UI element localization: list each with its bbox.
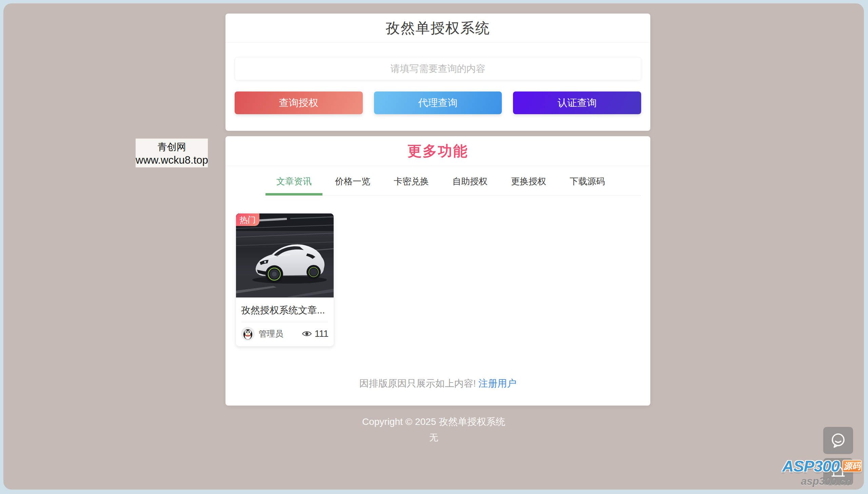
source-code-badge: 源码 (842, 460, 862, 472)
tab-bar: 文章资讯 价格一览 卡密兑换 自助授权 更换授权 下载源码 (265, 175, 641, 195)
more-card-header: 更多功能 (225, 136, 650, 166)
page-title: 孜然单授权系统 (386, 19, 490, 38)
eye-icon (302, 330, 312, 338)
tab-download-src[interactable]: 下载源码 (559, 175, 616, 195)
agent-query-button[interactable]: 代理查询 (374, 92, 502, 114)
article-card[interactable]: 热门 孜然授权系统文章... (236, 213, 334, 346)
more-features-card: 更多功能 文章资讯 价格一览 卡密兑换 自助授权 更换授权 下载源码 (225, 136, 650, 405)
copyright-subtext: 无 (3, 432, 864, 443)
auth-query-card: 孜然单授权系统 查询授权 代理查询 认证查询 (225, 14, 650, 131)
author-name: 管理员 (259, 328, 283, 339)
note-text: 因排版原因只展示如上内容! (359, 378, 476, 388)
query-auth-button[interactable]: 查询授权 (235, 92, 363, 114)
left-watermark-url: www.wcku8.top (136, 154, 208, 166)
hot-badge: 热门 (236, 213, 259, 226)
auth-card-body: 查询授权 代理查询 认证查询 (225, 43, 650, 131)
tab-self-auth[interactable]: 自助授权 (441, 175, 498, 195)
layout-note: 因排版原因只展示如上内容! 注册用户 (225, 377, 650, 390)
view-counter: 111 (302, 329, 329, 339)
page-background: 孜然单授权系统 查询授权 代理查询 认证查询 更多功能 文章资讯 价格一览 卡密… (3, 3, 864, 490)
author-avatar (241, 327, 255, 341)
left-watermark-name: 青创网 (136, 140, 208, 153)
article-title[interactable]: 孜然授权系统文章... (236, 298, 334, 322)
view-count: 111 (315, 329, 329, 339)
article-footer: 管理员 111 (236, 322, 334, 346)
copyright-text: Copyright © 2025 孜然单授权系统 (3, 415, 864, 428)
tab-articles[interactable]: 文章资讯 (265, 175, 322, 195)
car-photo-illustration (236, 213, 334, 298)
more-features-title: 更多功能 (408, 141, 468, 160)
asp300-domain: asp300.cn (782, 475, 862, 488)
tab-card-redeem[interactable]: 卡密兑换 (383, 175, 440, 195)
tab-change-auth[interactable]: 更换授权 (500, 175, 557, 195)
query-input[interactable] (235, 57, 641, 81)
cert-query-button[interactable]: 认证查询 (513, 92, 641, 114)
copyright-footer: Copyright © 2025 孜然单授权系统 无 (3, 415, 864, 443)
tab-prices[interactable]: 价格一览 (324, 175, 381, 195)
left-watermark: 青创网 www.wcku8.top (136, 138, 208, 167)
right-watermark: ASP300 源码 asp300.cn (782, 457, 862, 488)
penguin-avatar-icon (241, 327, 255, 341)
auth-card-header: 孜然单授权系统 (225, 14, 650, 43)
customer-service-button[interactable] (823, 427, 853, 454)
article-image[interactable]: 热门 (236, 213, 334, 298)
asp300-logo-text: ASP300 (782, 457, 839, 475)
register-link[interactable]: 注册用户 (478, 378, 516, 388)
query-button-row: 查询授权 代理查询 认证查询 (235, 92, 641, 114)
chat-smile-icon (829, 431, 848, 450)
